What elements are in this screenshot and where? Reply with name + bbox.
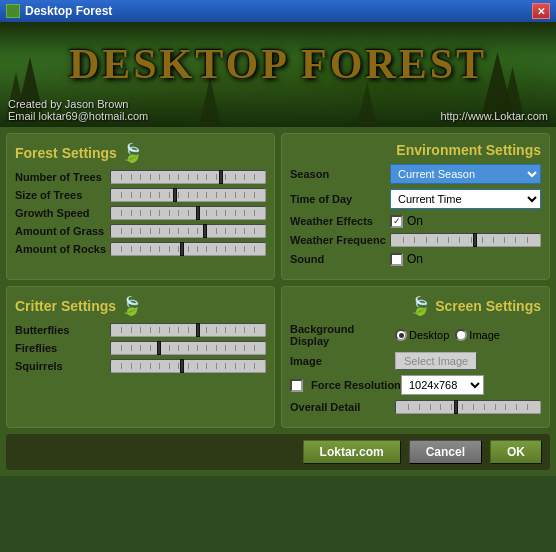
slider-track-growth[interactable] [110,206,266,220]
slider-track-rocks[interactable] [110,242,266,256]
created-by: Created by Jason Brown [8,98,148,110]
select-image-button[interactable]: Select Image [395,352,477,370]
slider-row-grass: Amount of Grass [15,224,266,238]
close-button[interactable]: ✕ [532,3,550,19]
weather-frequency-label: Weather Frequenc [290,234,390,246]
season-row: Season Current Season Spring Summer Autu… [290,164,541,184]
title-bar-label: Desktop Forest [25,4,112,18]
loktar-button[interactable]: Loktar.com [303,440,401,464]
slider-label-butterflies: Butterflies [15,324,110,336]
time-of-day-row: Time of Day Current Time Dawn Morning No… [290,189,541,209]
leaf-decoration-forest: 🍃 [121,142,143,164]
force-resolution-label: Force Resolution [311,379,401,391]
force-resolution-checkbox[interactable] [290,379,303,392]
weather-effects-row: Weather Effects On [290,214,541,228]
slider-label-rocks: Amount of Rocks [15,243,110,255]
weather-effects-checkbox-group: On [390,214,423,228]
screen-settings-title: 🍃 Screen Settings [290,295,541,317]
app-title: DESKTOP FOREST [69,40,487,88]
slider-row-trees: Number of Trees [15,170,266,184]
radio-image[interactable]: Image [455,329,500,341]
slider-track-squirrels[interactable] [110,359,266,373]
screen-settings-panel: 🍃 Screen Settings Background Display Des… [281,286,550,428]
weather-frequency-slider[interactable] [390,233,541,247]
time-of-day-label: Time of Day [290,193,390,205]
overall-detail-row: Overall Detail [290,400,541,414]
env-settings-title: Environment Settings [290,142,541,158]
sound-checkbox-group: On [390,252,423,266]
critter-settings-title: Critter Settings 🍃 [15,295,266,317]
radio-image-label: Image [469,329,500,341]
forest-settings-panel: Forest Settings 🍃 Number of Trees Size o… [6,133,275,280]
main-content: Forest Settings 🍃 Number of Trees Size o… [0,127,556,476]
slider-row-growth: Growth Speed [15,206,266,220]
background-display-radio-group: Desktop Image [395,329,500,341]
time-of-day-select[interactable]: Current Time Dawn Morning Noon Evening N… [390,189,541,209]
overall-detail-label: Overall Detail [290,401,395,413]
force-resolution-checkbox-group [290,379,307,392]
header-banner: DESKTOP FOREST Created by Jason Brown Em… [0,22,556,127]
season-label: Season [290,168,390,180]
environment-settings-panel: Environment Settings Season Current Seas… [281,133,550,280]
radio-desktop-label: Desktop [409,329,449,341]
forest-settings-title: Forest Settings 🍃 [15,142,266,164]
app-icon [6,4,20,18]
weather-effects-label: Weather Effects [290,215,390,227]
slider-row-rocks: Amount of Rocks [15,242,266,256]
slider-label-growth: Growth Speed [15,207,110,219]
slider-label-trees: Number of Trees [15,171,110,183]
slider-label-squirrels: Squirrels [15,360,110,372]
slider-track-grass[interactable] [110,224,266,238]
slider-track-size[interactable] [110,188,266,202]
slider-track-butterflies[interactable] [110,323,266,337]
title-bar: Desktop Forest ✕ [0,0,556,22]
slider-label-fireflies: Fireflies [15,342,110,354]
image-label: Image [290,355,395,367]
ok-button[interactable]: OK [490,440,542,464]
resolution-select[interactable]: 800x600 1024x768 1280x1024 1920x1080 [401,375,484,395]
sound-on-label: On [407,252,423,266]
critter-settings-panel: Critter Settings 🍃 Butterflies Fireflies… [6,286,275,428]
background-display-label: Background Display [290,323,395,347]
banner-footer: Created by Jason Brown Email loktar69@ho… [8,98,148,122]
radio-desktop[interactable]: Desktop [395,329,449,341]
slider-row-fireflies: Fireflies [15,341,266,355]
leaf-decoration-critter: 🍃 [120,295,142,317]
sound-row: Sound On [290,252,541,266]
slider-row-squirrels: Squirrels [15,359,266,373]
season-select[interactable]: Current Season Spring Summer Autumn Wint… [390,164,541,184]
bottom-bar: Loktar.com Cancel OK [6,434,550,470]
slider-track-fireflies[interactable] [110,341,266,355]
weather-effects-on-label: On [407,214,423,228]
radio-desktop-circle[interactable] [395,329,407,341]
slider-row-butterflies: Butterflies [15,323,266,337]
slider-track-trees[interactable] [110,170,266,184]
weather-effects-checkbox[interactable] [390,215,403,228]
email: Email loktar69@hotmail.com [8,110,148,122]
slider-label-grass: Amount of Grass [15,225,110,237]
radio-image-circle[interactable] [455,329,467,341]
image-row: Image Select Image [290,352,541,370]
background-display-row: Background Display Desktop Image [290,323,541,347]
sound-label: Sound [290,253,390,265]
cancel-button[interactable]: Cancel [409,440,482,464]
slider-label-size: Size of Trees [15,189,110,201]
force-resolution-row: Force Resolution 800x600 1024x768 1280x1… [290,375,541,395]
sound-checkbox[interactable] [390,253,403,266]
overall-detail-slider[interactable] [395,400,541,414]
banner-url: http://www.Loktar.com [440,110,548,122]
slider-row-size: Size of Trees [15,188,266,202]
weather-frequency-row: Weather Frequenc [290,233,541,247]
leaf-decoration-screen: 🍃 [409,295,431,317]
